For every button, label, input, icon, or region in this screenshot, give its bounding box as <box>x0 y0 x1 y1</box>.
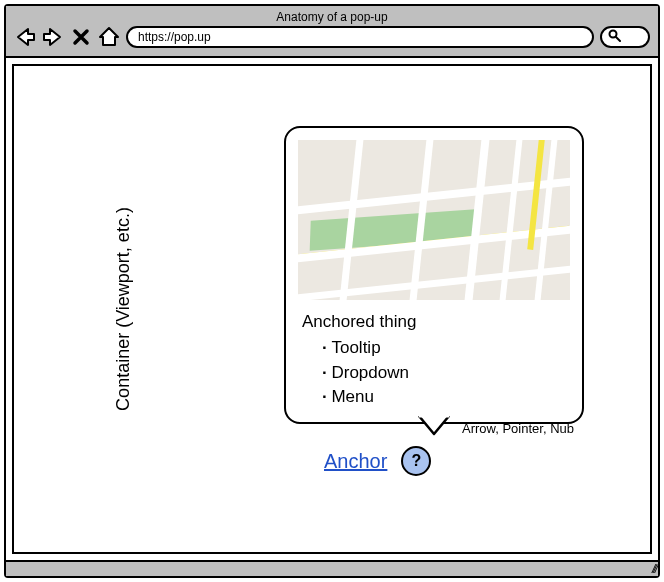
anchor-link[interactable]: Anchor <box>324 450 387 473</box>
help-glyph: ? <box>411 452 421 470</box>
browser-chrome: Anatomy of a pop-up https://pop.up <box>6 6 658 58</box>
popup-body: Anchored thing Tooltip Dropdown Menu <box>286 312 582 410</box>
container-label: Container (Viewport, etc.) <box>113 207 134 411</box>
browser-window: Anatomy of a pop-up https://pop.up <box>4 4 660 578</box>
popup: Anchored thing Tooltip Dropdown Menu <box>284 126 584 424</box>
arrow-icon <box>417 416 451 440</box>
list-item: Tooltip <box>322 336 566 361</box>
home-icon[interactable] <box>98 26 120 48</box>
back-icon[interactable] <box>14 26 36 48</box>
svg-line-1 <box>616 37 620 41</box>
toolbar: https://pop.up <box>14 26 650 48</box>
forward-icon[interactable] <box>42 26 64 48</box>
url-text: https://pop.up <box>138 30 211 44</box>
arrow-label: Arrow, Pointer, Nub <box>462 421 574 436</box>
map-image <box>298 140 570 300</box>
search-pill[interactable] <box>600 26 650 48</box>
popup-heading: Anchored thing <box>302 312 566 332</box>
list-item: Menu <box>322 385 566 410</box>
stop-icon[interactable] <box>70 26 92 48</box>
search-icon <box>608 29 621 45</box>
list-item: Dropdown <box>322 361 566 386</box>
status-bar: /// <box>6 560 658 576</box>
window-title: Anatomy of a pop-up <box>14 10 650 24</box>
help-icon[interactable]: ? <box>401 446 431 476</box>
url-input[interactable]: https://pop.up <box>126 26 594 48</box>
resize-grip-icon[interactable]: /// <box>652 562 656 576</box>
popup-list: Tooltip Dropdown Menu <box>302 336 566 410</box>
anchor-row: Anchor ? <box>324 446 431 476</box>
viewport: Container (Viewport, etc.) Anchored thin… <box>12 64 652 554</box>
